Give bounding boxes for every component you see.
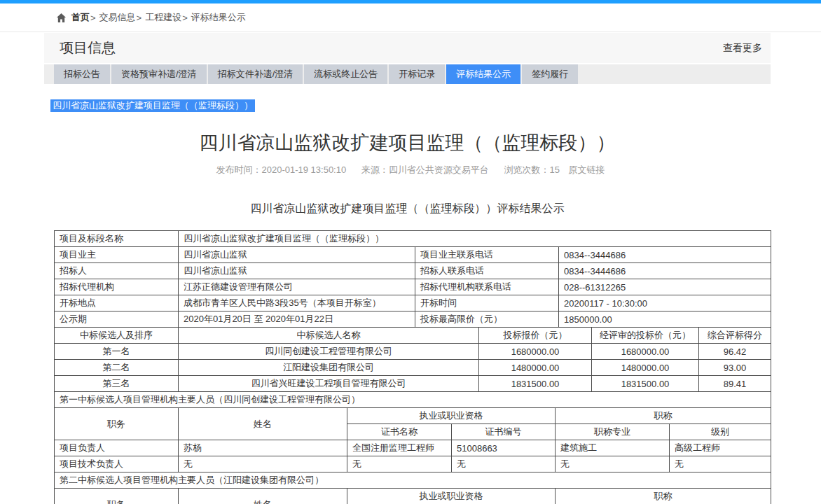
- result-item-link[interactable]: 四川省凉山监狱改扩建项目监理（（监理标段））: [50, 99, 255, 112]
- info-label: 招标代理机构: [55, 279, 179, 295]
- info-label: 项目业主: [55, 247, 179, 263]
- table-row: 招标代理机构 江苏正德建设管理有限公司 招标代理机构联系电话 028--6131…: [55, 279, 771, 295]
- info-value: 2020年01月20日 至 2020年01月22日: [179, 312, 415, 328]
- col-header-score: 综合评标得分: [699, 328, 771, 344]
- col-header-cert-no: 证书编号: [452, 424, 556, 440]
- info-label: 招标人: [55, 263, 179, 279]
- table-row: 项目负责人 苏杨 全国注册监理工程师 51008663 建筑施工 高级工程师: [55, 440, 771, 456]
- col-header-qualification: 执业或职业资格: [347, 489, 556, 504]
- candidate-name: 四川同创建设工程管理有限公司: [179, 344, 479, 360]
- candidate-evaluated-price: 1680000.00: [592, 344, 699, 360]
- view-more-link[interactable]: 查看更多: [723, 42, 762, 55]
- content-area: 项目信息 查看更多 招标公告 资格预审补遗/澄清 招标文件补遗/澄清 流标或终止…: [44, 33, 771, 504]
- person-cert-name: 无: [347, 456, 452, 472]
- col-header-title: 职称: [556, 408, 771, 424]
- col-header-bid-price: 投标报价（元）: [479, 328, 592, 344]
- section-title-row: 第一中标候选人项目管理机构主要人员（四川同创建设工程管理有限公司）: [55, 392, 771, 408]
- candidate-name: 四川省兴旺建设工程项目管理有限公司: [179, 376, 479, 392]
- candidates-table: 中标候选人及排序 中标候选人名称 投标报价（元） 经评审的投标价（元） 综合评标…: [54, 327, 771, 392]
- table-row: 第三名 四川省兴旺建设工程项目管理有限公司 1831500.00 1831500…: [55, 376, 771, 392]
- person-duty: 项目技术负责人: [55, 456, 179, 472]
- table-row: 第一名 四川同创建设工程管理有限公司 1680000.00 1680000.00…: [55, 344, 771, 360]
- table-row: 公示期 2020年01月20日 至 2020年01月22日 投标最高限价（元） …: [55, 312, 771, 328]
- info-value: 成都市青羊区人民中路3段35号（本项目开标室）: [179, 295, 415, 312]
- page-title: 项目信息: [60, 38, 116, 57]
- info-label: 投标最高限价（元）: [415, 312, 559, 328]
- col-header-title-level: 级别: [670, 424, 771, 440]
- table-row: 项目技术负责人 无 无 无 无 无: [55, 456, 771, 472]
- source: 来源：四川省公共资源交易平台: [361, 164, 489, 175]
- candidate-bid-price: 1480000.00: [479, 360, 592, 376]
- col-header-qualification: 执业或职业资格: [347, 408, 556, 424]
- info-value: 028--61312265: [559, 279, 771, 295]
- tab-contract-performance[interactable]: 签约履行: [522, 64, 578, 84]
- info-label: 项目业主联系电话: [415, 247, 559, 263]
- table-header-row: 中标候选人及排序 中标候选人名称 投标报价（元） 经评审的投标价（元） 综合评标…: [55, 328, 771, 344]
- info-value: 20200117 - 10:30:00: [559, 295, 771, 312]
- person-title-level: 高级工程师: [670, 440, 771, 456]
- person-cert-no: 无: [452, 456, 556, 472]
- person-title-major: 建筑施工: [556, 440, 670, 456]
- info-value: 1850000.00: [559, 312, 771, 328]
- col-header-candidate-name: 中标候选人名称: [179, 328, 479, 344]
- candidate-bid-price: 1680000.00: [479, 344, 592, 360]
- breadcrumb-home-link[interactable]: 首页: [71, 11, 90, 24]
- tab-evaluation-result[interactable]: 评标结果公示: [446, 64, 520, 84]
- tab-bid-opening-record[interactable]: 开标记录: [389, 64, 445, 84]
- person-cert-no: 51008663: [452, 440, 556, 456]
- candidate-score: 89.41: [699, 376, 771, 392]
- breadcrumb-separator: >: [137, 13, 142, 23]
- section-header: 项目信息 查看更多: [44, 33, 771, 63]
- col-header-duty: 职务: [55, 408, 179, 440]
- breadcrumb-link-engineering[interactable]: 工程建设: [145, 11, 181, 24]
- home-icon[interactable]: [56, 13, 67, 23]
- table-row: 项目及标段名称 四川省凉山监狱改扩建项目监理（（监理标段））: [55, 231, 771, 247]
- personnel-table-second-candidate: 第二中标候选人项目管理机构主要人员（江阳建设集团有限公司） 职务 姓名 执业或职…: [54, 472, 771, 504]
- col-header-title: 职称: [556, 489, 771, 504]
- view-count: 浏览次数：15: [504, 164, 559, 175]
- table-header-row: 职务 姓名 执业或职业资格 职称: [55, 489, 771, 504]
- info-label: 项目及标段名称: [55, 231, 179, 247]
- candidate-evaluated-price: 1831500.00: [592, 376, 699, 392]
- result-list: 四川省凉山监狱改扩建项目监理（（监理标段））: [50, 99, 771, 111]
- info-value: 四川省凉山监狱: [179, 247, 415, 263]
- candidate-evaluated-price: 1480000.00: [592, 360, 699, 376]
- article-subtitle: 四川省凉山监狱改扩建项目监理（（监理标段））评标结果公示: [44, 202, 771, 216]
- col-header-rank: 中标候选人及排序: [55, 328, 179, 344]
- article-meta: 发布时间：2020-01-19 13:50:10 来源：四川省公共资源交易平台 …: [44, 164, 771, 176]
- info-label: 招标代理机构联系电话: [415, 279, 559, 295]
- table-row: 项目业主 四川省凉山监狱 项目业主联系电话 0834--3444686: [55, 247, 771, 263]
- candidate-bid-price: 1831500.00: [479, 376, 592, 392]
- candidate-score: 96.42: [699, 344, 771, 360]
- info-value: 0834--3444686: [559, 263, 771, 279]
- person-title-major: 无: [556, 456, 670, 472]
- original-link[interactable]: 原文链接: [569, 164, 605, 175]
- breadcrumb-separator: >: [182, 13, 188, 23]
- col-header-name: 姓名: [179, 408, 347, 440]
- person-duty: 项目负责人: [55, 440, 179, 456]
- candidate-score: 93.00: [699, 360, 771, 376]
- person-name: 无: [179, 456, 347, 472]
- article-title: 四川省凉山监狱改扩建项目监理（（监理标段））: [44, 130, 771, 155]
- table-row: 第二名 江阳建设集团有限公司 1480000.00 1480000.00 93.…: [55, 360, 771, 376]
- breadcrumb-link-result-publicity[interactable]: 评标结果公示: [191, 11, 246, 24]
- breadcrumb-link-trade-info[interactable]: 交易信息: [99, 11, 136, 24]
- tab-prequalification-addendum[interactable]: 资格预审补遗/澄清: [111, 64, 207, 84]
- publish-time: 发布时间：2020-01-19 13:50:10: [216, 164, 346, 175]
- project-info-table: 项目及标段名称 四川省凉山监狱改扩建项目监理（（监理标段）） 项目业主 四川省凉…: [54, 230, 771, 328]
- tab-failed-or-terminated[interactable]: 流标或终止公告: [304, 64, 387, 84]
- tab-bid-document-addendum[interactable]: 招标文件补遗/澄清: [208, 64, 303, 84]
- info-label: 招标人联系电话: [415, 263, 559, 279]
- personnel-section-title: 第二中标候选人项目管理机构主要人员（江阳建设集团有限公司）: [55, 472, 771, 489]
- col-header-duty: 职务: [55, 489, 179, 504]
- info-value: 四川省凉山监狱: [179, 263, 415, 279]
- table-row: 招标人 四川省凉山监狱 招标人联系电话 0834--3444686: [55, 263, 771, 279]
- table-header-row: 职务 姓名 执业或职业资格 职称: [55, 408, 771, 424]
- candidate-rank: 第三名: [55, 376, 179, 392]
- breadcrumb: 首页 > 交易信息 > 工程建设 > 评标结果公示: [0, 4, 821, 32]
- table-row: 开标地点 成都市青羊区人民中路3段35号（本项目开标室） 开标时间 202001…: [55, 295, 771, 312]
- result-tables: 项目及标段名称 四川省凉山监狱改扩建项目监理（（监理标段）） 项目业主 四川省凉…: [54, 230, 771, 504]
- breadcrumb-separator: >: [90, 13, 96, 23]
- candidate-name: 江阳建设集团有限公司: [179, 360, 479, 376]
- tab-bid-announcement[interactable]: 招标公告: [54, 64, 110, 84]
